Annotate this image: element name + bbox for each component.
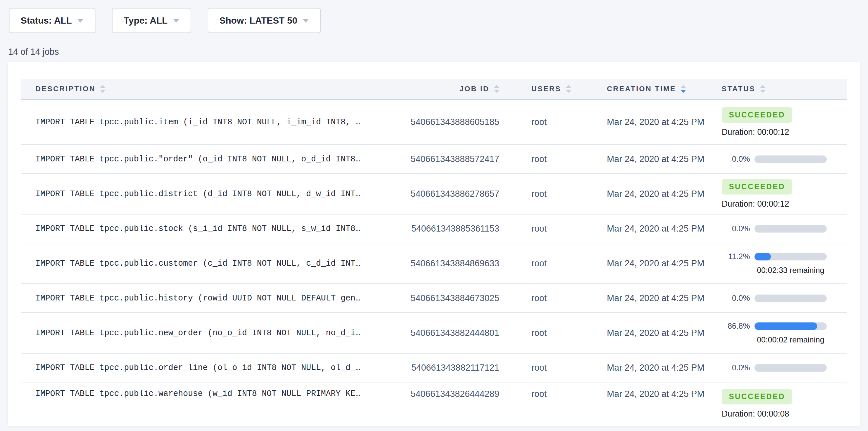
job-status-cell: 0.0% bbox=[709, 224, 847, 233]
job-status-cell: 0.0% bbox=[709, 363, 847, 372]
job-id: 540661343885361153 bbox=[401, 224, 499, 234]
table-row[interactable]: IMPORT TABLE tpcc.public.new_order (no_o… bbox=[21, 313, 847, 353]
column-header-users[interactable]: USERS bbox=[499, 85, 591, 93]
table-row[interactable]: IMPORT TABLE tpcc.public."order" (o_id I… bbox=[21, 145, 847, 174]
column-label: STATUS bbox=[722, 85, 755, 93]
job-status-cell: SUCCEEDED Duration: 00:00:12 bbox=[709, 179, 847, 209]
status-badge: SUCCEEDED bbox=[722, 179, 792, 194]
status-duration: Duration: 00:00:12 bbox=[722, 127, 847, 137]
job-status-cell: SUCCEEDED Duration: 00:00:08 bbox=[709, 389, 847, 419]
job-creation-time: Mar 24, 2020 at 4:25 PM bbox=[591, 363, 709, 373]
progress-bar-fill bbox=[754, 322, 817, 330]
column-label: JOB ID bbox=[460, 85, 490, 93]
sort-arrows-icon[interactable] bbox=[760, 85, 765, 93]
show-filter-label: Show: LATEST 50 bbox=[219, 16, 298, 26]
job-description: IMPORT TABLE tpcc.public.history (rowid … bbox=[21, 294, 401, 303]
job-status-cell: 0.0% bbox=[709, 154, 847, 164]
column-header-status[interactable]: STATUS bbox=[709, 85, 847, 93]
job-status-cell: SUCCEEDED Duration: 00:00:12 bbox=[709, 107, 847, 137]
job-id: 540661343882117121 bbox=[401, 363, 499, 373]
progress-bar bbox=[754, 295, 827, 302]
time-remaining: 00:00:02 remaining bbox=[754, 335, 827, 344]
job-description: IMPORT TABLE tpcc.public.stock (s_i_id I… bbox=[21, 224, 401, 234]
chevron-down-icon bbox=[173, 19, 180, 23]
job-creation-time: Mar 24, 2020 at 4:25 PM bbox=[591, 293, 709, 303]
job-status-cell: 0.0% bbox=[709, 294, 847, 303]
sort-arrows-icon[interactable] bbox=[681, 85, 686, 93]
progress-percent: 11.2% bbox=[722, 252, 750, 261]
time-remaining: 00:02:33 remaining bbox=[754, 266, 827, 275]
job-status-cell: 11.2% 00:02:33 remaining bbox=[709, 252, 847, 275]
column-header-job-id[interactable]: JOB ID bbox=[401, 85, 499, 93]
job-description: IMPORT TABLE tpcc.public.order_line (ol_… bbox=[21, 363, 401, 373]
job-user: root bbox=[499, 363, 591, 373]
job-user: root bbox=[499, 389, 591, 399]
job-description: IMPORT TABLE tpcc.public.new_order (no_o… bbox=[21, 328, 401, 338]
job-user: root bbox=[499, 224, 591, 234]
job-description: IMPORT TABLE tpcc.public."order" (o_id I… bbox=[21, 154, 401, 164]
job-user: root bbox=[499, 189, 591, 199]
job-id: 540661343882444801 bbox=[401, 328, 499, 338]
job-id: 540661343886278657 bbox=[401, 189, 499, 199]
job-creation-time: Mar 24, 2020 at 4:25 PM bbox=[591, 154, 709, 164]
job-user: root bbox=[499, 258, 591, 269]
progress-bar bbox=[754, 155, 827, 163]
progress-bar bbox=[754, 253, 827, 260]
table-row[interactable]: IMPORT TABLE tpcc.public.warehouse (w_id… bbox=[21, 382, 847, 426]
job-id: 540661343888605185 bbox=[401, 117, 499, 127]
column-header-description[interactable]: DESCRIPTION bbox=[21, 85, 401, 93]
job-description: IMPORT TABLE tpcc.public.district (d_id … bbox=[21, 189, 401, 199]
sort-arrows-icon[interactable] bbox=[494, 85, 499, 93]
job-user: root bbox=[499, 117, 591, 127]
type-filter-dropdown[interactable]: Type: ALL bbox=[112, 8, 191, 33]
progress-bar-fill bbox=[754, 253, 771, 260]
job-creation-time: Mar 24, 2020 at 4:25 PM bbox=[591, 389, 709, 399]
job-user: root bbox=[499, 293, 591, 303]
progress-bar bbox=[754, 225, 827, 233]
status-duration: Duration: 00:00:08 bbox=[722, 409, 847, 419]
filter-bar: Status: ALL Type: ALL Show: LATEST 50 bbox=[0, 0, 868, 33]
column-label: CREATION TIME bbox=[607, 85, 676, 93]
table-row[interactable]: IMPORT TABLE tpcc.public.history (rowid … bbox=[21, 284, 847, 313]
show-filter-dropdown[interactable]: Show: LATEST 50 bbox=[208, 8, 321, 33]
status-filter-dropdown[interactable]: Status: ALL bbox=[9, 8, 95, 33]
progress-percent: 86.8% bbox=[722, 321, 750, 331]
progress-bar bbox=[754, 322, 827, 330]
job-creation-time: Mar 24, 2020 at 4:25 PM bbox=[591, 258, 709, 269]
sort-arrows-icon[interactable] bbox=[566, 85, 571, 93]
status-filter-label: Status: ALL bbox=[21, 16, 72, 26]
jobs-table-card: DESCRIPTIONJOB IDUSERSCREATION TIMESTATU… bbox=[8, 62, 860, 426]
job-user: root bbox=[499, 154, 591, 164]
jobs-table-body: IMPORT TABLE tpcc.public.item (i_id INT8… bbox=[21, 100, 847, 426]
table-row[interactable]: IMPORT TABLE tpcc.public.item (i_id INT8… bbox=[21, 100, 847, 145]
status-badge: SUCCEEDED bbox=[722, 107, 792, 123]
table-row[interactable]: IMPORT TABLE tpcc.public.order_line (ol_… bbox=[21, 353, 847, 382]
chevron-down-icon bbox=[77, 19, 84, 23]
job-id: 540661343826444289 bbox=[401, 389, 499, 399]
jobs-table-header: DESCRIPTIONJOB IDUSERSCREATION TIMESTATU… bbox=[21, 79, 847, 100]
job-id: 540661343884673025 bbox=[401, 293, 499, 303]
table-row[interactable]: IMPORT TABLE tpcc.public.stock (s_i_id I… bbox=[21, 215, 847, 243]
job-status-cell: 86.8% 00:00:02 remaining bbox=[709, 321, 847, 344]
job-creation-time: Mar 24, 2020 at 4:25 PM bbox=[591, 224, 709, 234]
table-row[interactable]: IMPORT TABLE tpcc.public.district (d_id … bbox=[21, 174, 847, 215]
progress-percent: 0.0% bbox=[722, 224, 750, 233]
progress-percent: 0.0% bbox=[722, 294, 750, 303]
job-creation-time: Mar 24, 2020 at 4:25 PM bbox=[591, 189, 709, 199]
job-description: IMPORT TABLE tpcc.public.customer (c_id … bbox=[21, 259, 401, 268]
job-description: IMPORT TABLE tpcc.public.item (i_id INT8… bbox=[21, 117, 401, 127]
job-description: IMPORT TABLE tpcc.public.warehouse (w_id… bbox=[21, 389, 401, 399]
jobs-count-summary: 14 of 14 jobs bbox=[0, 33, 868, 57]
job-user: root bbox=[499, 328, 591, 338]
progress-bar bbox=[754, 364, 827, 372]
column-label: USERS bbox=[531, 85, 561, 93]
sort-arrows-icon[interactable] bbox=[100, 85, 105, 93]
job-id: 540661343884869633 bbox=[401, 258, 499, 269]
table-row[interactable]: IMPORT TABLE tpcc.public.customer (c_id … bbox=[21, 243, 847, 284]
status-duration: Duration: 00:00:12 bbox=[722, 199, 847, 209]
progress-percent: 0.0% bbox=[722, 363, 750, 372]
column-header-creation-time[interactable]: CREATION TIME bbox=[591, 85, 709, 93]
status-badge: SUCCEEDED bbox=[722, 389, 792, 404]
column-label: DESCRIPTION bbox=[35, 85, 95, 93]
job-creation-time: Mar 24, 2020 at 4:25 PM bbox=[591, 117, 709, 127]
